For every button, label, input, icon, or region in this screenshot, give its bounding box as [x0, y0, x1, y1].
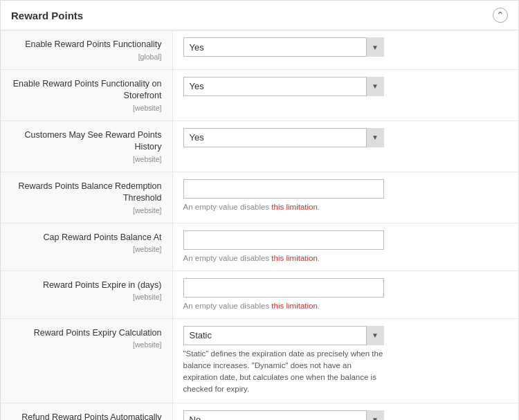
row-redemption-threshold: Rewards Points Balance Redemption Thresh…	[1, 172, 518, 223]
input-expire-days[interactable]	[183, 278, 384, 298]
select-customers-history[interactable]: Yes No	[183, 128, 384, 147]
label-redemption-threshold: Rewards Points Balance Redemption Thresh…	[1, 172, 172, 223]
limitation-link-2[interactable]: this limitation	[271, 254, 317, 262]
input-redemption-threshold[interactable]	[183, 179, 384, 199]
row-cap-balance: Cap Reward Points Balance At [website] A…	[1, 223, 518, 271]
label-enable-storefront: Enable Reward Points Functionality on St…	[1, 69, 172, 120]
value-expiry-calculation: Static Dynamic ▼ "Static" defines the ex…	[172, 318, 518, 403]
page-container: Reward Points ⌃ Enable Reward Points Fun…	[0, 0, 519, 420]
hint-expire-days: An empty value disables this limitation.	[183, 300, 509, 311]
limitation-link[interactable]: this limitation	[271, 203, 317, 211]
value-customers-history: Yes No ▼	[172, 120, 518, 172]
hint-redemption-threshold: An empty value disables this limitation.	[183, 201, 509, 212]
value-refund-automatically: No Yes ▼	[172, 403, 518, 420]
label-customers-history: Customers May See Reward Points History …	[1, 120, 172, 172]
value-expire-days: An empty value disables this limitation.	[172, 271, 518, 318]
select-wrapper-refund: No Yes ▼	[183, 410, 384, 420]
select-enable-reward-points[interactable]: Yes No	[183, 37, 384, 57]
value-cap-balance: An empty value disables this limitation.	[172, 223, 518, 271]
select-wrapper-expiry: Static Dynamic ▼	[183, 326, 384, 345]
select-wrapper-enable: Yes No ▼	[183, 37, 384, 57]
label-cap-balance: Cap Reward Points Balance At [website]	[1, 223, 172, 271]
row-enable-reward-points: Enable Reward Points Functionality [glob…	[1, 30, 518, 69]
select-refund-automatically[interactable]: No Yes	[183, 410, 384, 420]
hint-expiry-calculation: "Static" defines the expiration date as …	[183, 348, 384, 396]
value-enable-reward-points: Yes No ▼	[172, 30, 518, 69]
label-expire-days: Reward Points Expire in (days) [website]	[1, 271, 172, 318]
label-enable-reward-points: Enable Reward Points Functionality [glob…	[1, 30, 172, 69]
select-enable-storefront[interactable]: Yes No	[183, 77, 384, 96]
row-refund-automatically: Refund Reward Points Automatically [glob…	[1, 403, 518, 420]
page-title: Reward Points	[11, 10, 83, 21]
value-enable-storefront: Yes No ▼	[172, 69, 518, 120]
label-refund-automatically: Refund Reward Points Automatically [glob…	[1, 403, 172, 420]
hint-cap-balance: An empty value disables this limitation.	[183, 253, 509, 264]
input-cap-balance[interactable]	[183, 230, 384, 250]
label-expiry-calculation: Reward Points Expiry Calculation [websit…	[1, 318, 172, 403]
row-expire-days: Reward Points Expire in (days) [website]…	[1, 271, 518, 318]
collapse-button[interactable]: ⌃	[493, 8, 508, 23]
limitation-link-3[interactable]: this limitation	[271, 302, 317, 310]
row-expiry-calculation: Reward Points Expiry Calculation [websit…	[1, 318, 518, 403]
value-redemption-threshold: An empty value disables this limitation.	[172, 172, 518, 223]
row-customers-history: Customers May See Reward Points History …	[1, 120, 518, 172]
row-enable-storefront: Enable Reward Points Functionality on St…	[1, 69, 518, 120]
select-wrapper-storefront: Yes No ▼	[183, 77, 384, 96]
select-expiry-calculation[interactable]: Static Dynamic	[183, 326, 384, 345]
select-wrapper-history: Yes No ▼	[183, 128, 384, 147]
form-table: Enable Reward Points Functionality [glob…	[1, 30, 518, 420]
section-header: Reward Points ⌃	[1, 1, 518, 30]
